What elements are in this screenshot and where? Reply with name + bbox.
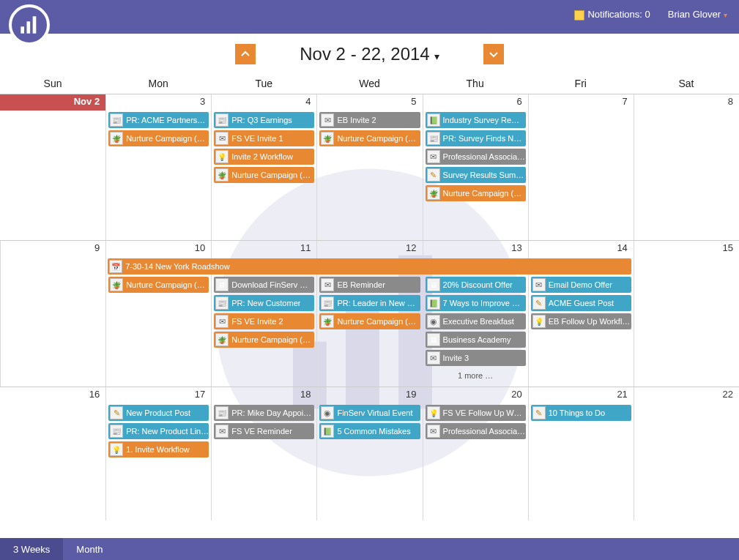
calendar-event[interactable]: PR: Leader in New …	[319, 295, 420, 311]
calendar-cell[interactable]: 19FinServ Virtual Event5 Common Mistakes	[316, 387, 422, 520]
notifications-link[interactable]: Notifications: 0	[574, 9, 650, 20]
date-label: 4	[212, 94, 316, 111]
calendar-cell[interactable]: 5EB Invite 2Nurture Campaign (…	[316, 94, 422, 240]
calendar-event[interactable]: New Product Post	[108, 405, 209, 421]
calendar-event[interactable]: PR: Survey Finds Ne…	[426, 130, 526, 146]
event-title: ACME Guest Post	[549, 299, 614, 307]
calendar-event[interactable]: Business Academy	[426, 332, 526, 348]
calendar-cell[interactable]: Nov 2	[0, 94, 105, 240]
calendar-cell[interactable]: 9	[0, 241, 105, 387]
tab-month[interactable]: Month	[63, 538, 116, 560]
calendar-event[interactable]: 20% Discount Offer	[426, 277, 526, 293]
news-icon	[215, 113, 229, 127]
calendar-event[interactable]: Invite 2 Workflow	[214, 149, 314, 165]
mail-icon	[215, 315, 229, 328]
svg-rect-0	[21, 26, 24, 33]
plant-icon	[110, 278, 123, 291]
calendar-event[interactable]: Nurture Campaign (…	[214, 167, 314, 183]
calendar-event[interactable]: 5 Common Mistakes	[319, 423, 420, 439]
svg-rect-1	[27, 21, 31, 33]
calendar-cell[interactable]: 16	[0, 387, 105, 520]
date-label: 9	[1, 241, 105, 257]
calendar-event[interactable]: FS VE Reminder	[214, 423, 314, 439]
event-title: 5 Common Mistakes	[337, 427, 410, 436]
calendar-event[interactable]: Nurture Campaign (…	[108, 130, 209, 146]
view-tabs: 3 Weeks Month	[0, 538, 739, 560]
calendar-cell[interactable]: 15	[634, 241, 739, 387]
calendar-cell[interactable]: 6Industry Survey Re…PR: Survey Finds Ne……	[423, 94, 528, 240]
event-title: PR: Mike Day Appoi…	[231, 408, 311, 417]
calendar-cell[interactable]: 22	[634, 387, 739, 520]
calendar-event[interactable]: Professional Associa…	[426, 423, 526, 439]
calendar-event[interactable]: ACME Guest Post	[531, 295, 631, 311]
calendar-event[interactable]: Nurture Campaign (…	[319, 313, 420, 329]
calendar-event[interactable]: Nurture Campaign (…	[319, 130, 420, 146]
calendar-cell[interactable]: 2110 Things to Do	[528, 387, 634, 520]
calendar-event[interactable]: Nurture Campaign (…	[426, 185, 526, 201]
more-events-link[interactable]: 1 more …	[426, 368, 526, 383]
calendar-event[interactable]: PR: Mike Day Appoi…	[214, 405, 314, 421]
bulb-icon	[215, 150, 229, 163]
calendar-cell[interactable]: 7	[528, 94, 634, 240]
plant-icon	[110, 132, 123, 145]
notifications-icon	[574, 10, 584, 20]
calendar-cell[interactable]: 8	[634, 94, 739, 240]
calendar-cell[interactable]: 3PR: ACME Partnersh…Nurture Campaign (…	[105, 94, 211, 240]
event-title: FS VE Invite 2	[231, 317, 283, 326]
news-icon	[110, 425, 123, 438]
calendar-event[interactable]: EB Follow Up Workfl…	[531, 313, 631, 329]
calendar-event[interactable]: PR: Q3 Earnings	[214, 112, 314, 128]
calendar-cell[interactable]: 20FS VE Follow Up Wo…Professional Associ…	[423, 387, 528, 520]
calendar-cell[interactable]: 4PR: Q3 EarningsFS VE Invite 1Invite 2 W…	[211, 94, 316, 240]
calendar-event[interactable]: Nurture Campaign (…	[214, 332, 314, 348]
calendar-event-span[interactable]: 7-30-14 New York Roadshow	[108, 258, 631, 275]
date-label: 20	[423, 387, 528, 403]
date-range-title[interactable]: Nov 2 - 22, 2014▾	[300, 44, 439, 64]
calendar-event[interactable]: PR: New Customer	[214, 295, 314, 311]
chevron-up-icon	[241, 50, 250, 59]
date-label: 14	[529, 241, 634, 257]
bars-icon	[19, 15, 40, 35]
date-label: 18	[212, 387, 316, 403]
event-title: FinServ Virtual Event	[337, 408, 412, 417]
dow-label: Fri	[528, 75, 634, 94]
tab-3weeks[interactable]: 3 Weeks	[0, 538, 63, 560]
calendar-event[interactable]: Download FinServ …	[214, 277, 314, 293]
calendar-event[interactable]: PR: New Product Lin…	[108, 423, 209, 439]
event-title: Executive Breakfast	[443, 317, 514, 326]
date-label: Nov 2	[0, 94, 105, 111]
calendar-event[interactable]: EB Invite 2	[319, 112, 420, 128]
calendar-event[interactable]: Industry Survey Re…	[426, 112, 526, 128]
calendar-event[interactable]: Email Demo Offer	[531, 277, 631, 293]
calendar-event[interactable]: Survey Results Sum…	[426, 167, 526, 183]
calendar-event[interactable]: Nurture Campaign (…	[108, 277, 209, 293]
calendar-event[interactable]: FS VE Invite 2	[214, 313, 314, 329]
calendar-event[interactable]: Professional Associa…	[426, 149, 526, 165]
date-label: 16	[0, 387, 105, 403]
prev-range-button[interactable]	[235, 44, 256, 64]
calendar-week: 1617New Product PostPR: New Product Lin……	[0, 387, 739, 520]
event-title: Download FinServ …	[231, 280, 308, 289]
calendar-event[interactable]: FS VE Follow Up Wo…	[426, 405, 526, 421]
event-title: FS VE Follow Up Wo…	[443, 408, 526, 417]
calendar-event[interactable]: 1. Invite Workflow	[108, 441, 209, 458]
next-range-button[interactable]	[483, 44, 504, 64]
dow-label: Sat	[634, 75, 739, 94]
calendar-event[interactable]: FS VE Invite 1	[214, 130, 314, 146]
calendar-event[interactable]: 7 Ways to Improve …	[426, 295, 526, 311]
app-logo[interactable]	[9, 4, 50, 45]
calendar-cell[interactable]: 18PR: Mike Day Appoi…FS VE Reminder	[211, 387, 316, 520]
calendar-event[interactable]: Executive Breakfast	[426, 313, 526, 329]
calendar-event[interactable]: EB Reminder	[319, 277, 420, 293]
calendar-icon	[109, 260, 122, 273]
calendar-event[interactable]: FinServ Virtual Event	[319, 405, 420, 421]
plant-icon	[427, 187, 440, 200]
calendar-event[interactable]: 10 Things to Do	[531, 405, 631, 421]
calendar-event[interactable]: Invite 3	[426, 350, 526, 366]
slides-icon	[427, 278, 440, 291]
user-menu[interactable]: Brian Glover▾	[668, 9, 727, 20]
calendar-event[interactable]: PR: ACME Partnersh…	[108, 112, 209, 128]
mail-icon	[427, 425, 440, 438]
calendar-cell[interactable]: 17New Product PostPR: New Product Lin…1.…	[105, 387, 211, 520]
mail-icon	[427, 351, 440, 365]
